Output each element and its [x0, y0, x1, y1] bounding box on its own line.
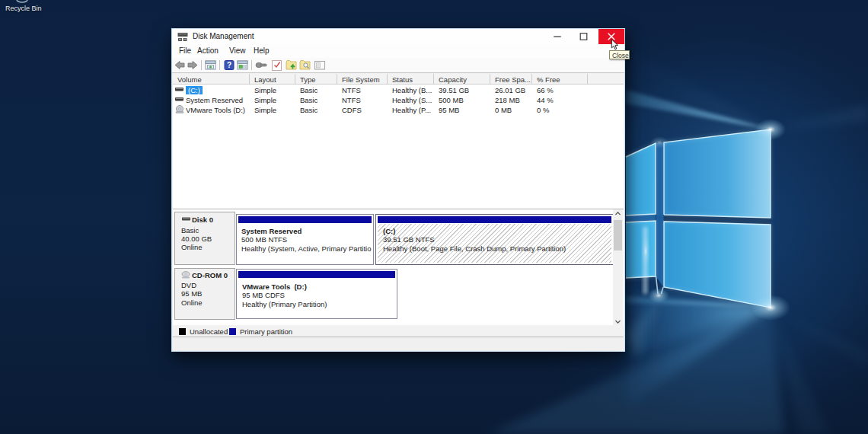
svg-text:?: ? [227, 61, 231, 69]
